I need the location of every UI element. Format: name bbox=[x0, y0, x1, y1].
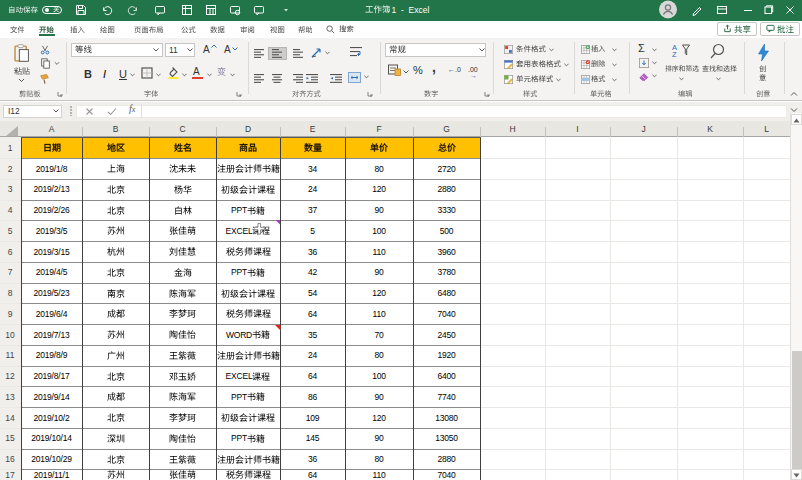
svg-text:Z: Z bbox=[672, 50, 677, 58]
